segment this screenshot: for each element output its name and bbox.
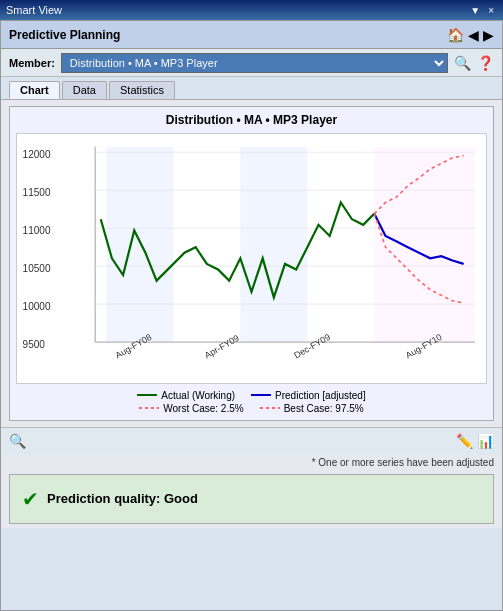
legend-row-1: Actual (Working) Prediction [adjusted] <box>137 390 365 401</box>
chart-area: Distribution • MA • MP3 Player 9500 1000… <box>9 106 494 421</box>
svg-text:11000: 11000 <box>23 225 51 236</box>
edit-icon[interactable]: ✏️ <box>456 433 473 449</box>
quality-panel: ✔ Prediction quality: Good <box>9 474 494 524</box>
svg-rect-2 <box>374 147 475 342</box>
quality-check-icon: ✔ <box>22 487 39 511</box>
chart-icon[interactable]: 📊 <box>477 433 494 449</box>
main-panel: Predictive Planning 🏠 ◀ ▶ Member: Distri… <box>0 20 503 611</box>
minimize-button[interactable]: ▼ <box>467 5 483 16</box>
legend-prediction: Prediction [adjusted] <box>251 390 366 401</box>
back-icon[interactable]: ◀ <box>468 27 479 43</box>
bottom-bar: 🔍 ✏️ 📊 <box>1 427 502 455</box>
legend-best-line <box>260 407 280 409</box>
forward-icon[interactable]: ▶ <box>483 27 494 43</box>
legend-best: Best Case: 97.5% <box>260 403 364 414</box>
chart-container: 9500 10000 10500 11000 11500 12000 Aug-F… <box>16 133 487 384</box>
member-search-icon[interactable]: 🔍 <box>454 55 471 71</box>
member-row: Member: Distribution • MA • MP3 Player 🔍… <box>1 49 502 77</box>
member-select[interactable]: Distribution • MA • MP3 Player <box>61 53 448 73</box>
adjusted-note: * One or more series have been adjusted <box>1 455 502 470</box>
member-label: Member: <box>9 57 55 69</box>
chart-svg: 9500 10000 10500 11000 11500 12000 Aug-F… <box>17 134 486 383</box>
bottom-spacer <box>1 528 502 610</box>
title-bar-buttons: ▼ × <box>467 5 497 16</box>
legend-prediction-label: Prediction [adjusted] <box>275 390 366 401</box>
tabs-row: Chart Data Statistics <box>1 77 502 100</box>
legend-actual-label: Actual (Working) <box>161 390 235 401</box>
legend-prediction-line <box>251 394 271 396</box>
panel-header: Predictive Planning 🏠 ◀ ▶ <box>1 21 502 49</box>
title-bar: Smart View ▼ × <box>0 0 503 20</box>
close-button[interactable]: × <box>485 5 497 16</box>
legend-worst-label: Worst Case: 2.5% <box>163 403 243 414</box>
home-icon[interactable]: 🏠 <box>447 27 464 43</box>
panel-title: Predictive Planning <box>9 28 120 42</box>
svg-rect-1 <box>240 147 307 342</box>
svg-text:Apr-FY09: Apr-FY09 <box>203 333 241 361</box>
legend-actual: Actual (Working) <box>137 390 235 401</box>
legend-best-label: Best Case: 97.5% <box>284 403 364 414</box>
tab-chart[interactable]: Chart <box>9 81 60 99</box>
svg-text:11500: 11500 <box>23 187 51 198</box>
bottom-right-icons: ✏️ 📊 <box>456 433 494 449</box>
panel-header-icons: 🏠 ◀ ▶ <box>447 27 494 43</box>
zoom-button[interactable]: 🔍 <box>9 433 26 449</box>
legend-actual-line <box>137 394 157 396</box>
svg-text:10500: 10500 <box>23 263 51 274</box>
svg-text:9500: 9500 <box>23 339 46 350</box>
title-bar-text: Smart View <box>6 4 62 16</box>
chart-title: Distribution • MA • MP3 Player <box>166 113 337 127</box>
legend-worst-line <box>139 407 159 409</box>
tab-statistics[interactable]: Statistics <box>109 81 175 99</box>
legend-area: Actual (Working) Prediction [adjusted] W… <box>16 390 487 414</box>
svg-rect-0 <box>106 147 173 342</box>
member-help-icon[interactable]: ❓ <box>477 55 494 71</box>
legend-row-2: Worst Case: 2.5% Best Case: 97.5% <box>139 403 363 414</box>
svg-text:12000: 12000 <box>23 149 51 160</box>
quality-text: Prediction quality: Good <box>47 491 198 506</box>
tab-data[interactable]: Data <box>62 81 107 99</box>
svg-text:10000: 10000 <box>23 301 51 312</box>
legend-worst: Worst Case: 2.5% <box>139 403 243 414</box>
